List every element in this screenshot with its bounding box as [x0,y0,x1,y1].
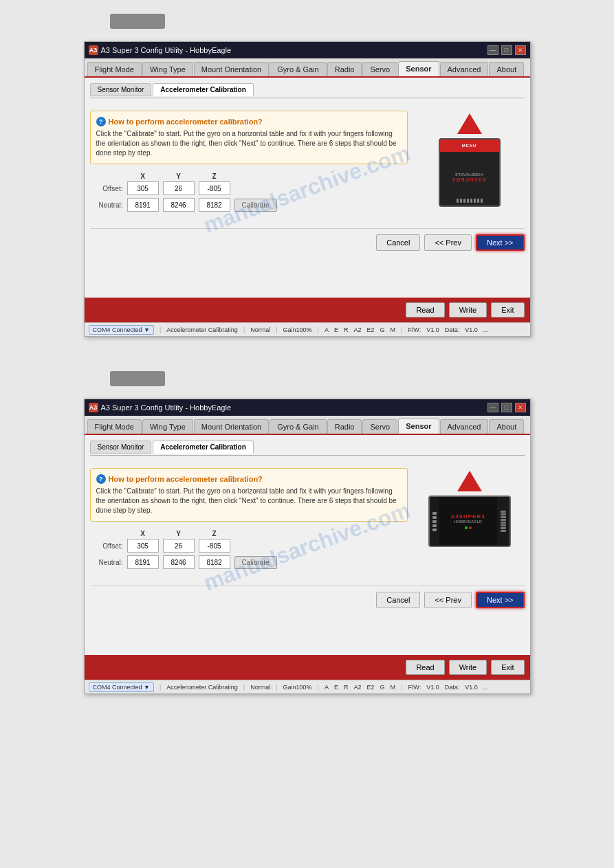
status-m-1: M [391,326,396,333]
tab-flight-mode-2[interactable]: Flight Mode [87,419,142,434]
device-image-2: A3SUPER3 HOBBYEAGLE [428,496,511,547]
section-label-2 [110,371,165,386]
device-label-area-1: A3SUPER3 HOBBYEAGLE [452,173,486,183]
offset-y-1: 26 [163,181,195,195]
neutral-z-2: 8182 [199,555,230,569]
connected-label-2[interactable]: COM4 Connected ▼ [89,682,154,692]
offset-row-1: Offset: 305 26 -805 [90,181,408,195]
tab-mount-orientation-1[interactable]: Mount Orientation [194,62,269,76]
neutral-x-2: 8191 [127,555,159,569]
read-button-2[interactable]: Read [406,660,444,675]
tab-mount-orientation-2[interactable]: Mount Orientation [194,419,269,434]
status-normal-1: Normal [250,326,270,333]
status-a-1: A [325,326,329,333]
subtab-accel-calib-2[interactable]: Accelerometer Calibration [153,441,254,454]
tab-sensor-2[interactable]: Sensor [398,419,439,434]
tab-servo-1[interactable]: Servo [362,62,397,76]
tabbar-2: Flight Mode Wing Type Mount Orientation … [85,416,530,435]
minimize-button-1[interactable]: — [487,45,498,55]
tab-wing-type-2[interactable]: Wing Type [142,419,193,434]
data-table-2: X Y Z Offset: 305 26 -805 Ne [90,530,408,569]
subtab-bar-1: Sensor Monitor Accelerometer Calibration [90,83,525,98]
cancel-button-1[interactable]: Cancel [376,234,420,251]
page: A3 A3 Super 3 Config Utility - HobbyEagl… [0,0,614,728]
window-title-2: A3 Super 3 Config Utility - HobbyEagle [101,403,232,412]
minimize-button-2[interactable]: — [487,403,498,412]
status-e-2: E [334,684,338,691]
offset-row-2: Offset: 305 26 -805 [90,539,408,553]
tab-gyro-gain-2[interactable]: Gyro & Gain [270,419,327,434]
tab-radio-2[interactable]: Radio [327,419,362,434]
write-button-2[interactable]: Write [449,660,487,675]
tab-about-2[interactable]: About [489,419,524,434]
tab-wing-type-1[interactable]: Wing Type [142,62,193,76]
titlebar-2: A3 A3 Super 3 Config Utility - HobbyEagl… [85,399,530,416]
content-area-2: Sensor Monitor Accelerometer Calibration… [85,435,530,655]
tab-flight-mode-1[interactable]: Flight Mode [87,62,142,76]
tab-sensor-1[interactable]: Sensor [398,61,439,76]
app-window-1: A3 A3 Super 3 Config Utility - HobbyEagl… [84,41,531,337]
offset-label-1: Offset: [90,185,123,192]
neutral-row-1: Neutral: 8191 8246 8182 Calibrate [90,198,408,212]
cancel-button-2[interactable]: Cancel [376,592,420,608]
offset-y-2: 26 [163,539,195,553]
titlebar-controls-2[interactable]: — □ ✕ [487,403,526,412]
info-icon-1: ? [96,117,106,126]
close-button-2[interactable]: ✕ [515,403,526,412]
offset-z-2: -805 [199,539,230,553]
app-icon-1: A3 [89,45,98,55]
tab-advanced-2[interactable]: Advanced [440,419,489,434]
info-icon-2: ? [96,474,106,484]
data-label-1: Data: [445,326,460,333]
fw-label-1: F/W: [408,326,421,333]
offset-x-2: 305 [127,539,159,553]
subtab-sensor-monitor-1[interactable]: Sensor Monitor [90,83,152,96]
footer-bar-1: Read Write Exit [85,298,530,322]
exit-button-2[interactable]: Exit [491,660,524,675]
next-button-1[interactable]: Next >> [476,234,525,251]
connected-label-1[interactable]: COM4 Connected ▼ [89,325,154,335]
tab-servo-2[interactable]: Servo [362,419,397,434]
close-button-1[interactable]: ✕ [515,45,526,55]
prev-button-1[interactable]: << Prev [424,234,472,251]
tab-advanced-1[interactable]: Advanced [440,62,489,76]
calibrate-button-1[interactable]: Calibrate [234,199,277,212]
window-title-1: A3 Super 3 Config Utility - HobbyEagle [101,46,232,54]
offset-x-1: 305 [127,181,159,195]
subtab-accel-calib-1[interactable]: Accelerometer Calibration [153,83,254,96]
subtab-sensor-monitor-2[interactable]: Sensor Monitor [90,441,152,454]
prev-button-2[interactable]: << Prev [424,592,472,608]
status-e2-2: E2 [367,684,375,691]
neutral-x-1: 8191 [127,198,159,212]
calib-left-2: ? How to perform accelerometer calibrati… [90,468,408,572]
titlebar-left-1: A3 A3 Super 3 Config Utility - HobbyEagl… [89,45,232,55]
titlebar-controls-1[interactable]: — □ ✕ [487,45,526,55]
maximize-button-2[interactable]: □ [501,403,512,412]
button-row-1: Cancel << Prev Next >> [90,228,525,251]
read-button-1[interactable]: Read [406,302,444,318]
tab-about-1[interactable]: About [489,62,524,76]
status-gain-2: Gain100% [283,684,312,691]
calibrate-button-2[interactable]: Calibrate [234,556,277,569]
maximize-button-1[interactable]: □ [501,45,512,55]
calib-right-2: A3SUPER3 HOBBYEAGLE [415,468,525,572]
fw-ver-2: V1.0 [426,684,439,691]
next-button-2[interactable]: Next >> [476,592,525,608]
device-red-band-1: MENU [440,140,499,152]
info-title-1: ? How to perform accelerometer calibrati… [96,117,402,126]
status-g-2: G [380,684,385,691]
info-text-2: Click the "Calibrate" to start. Put the … [96,487,402,515]
status-r-2: R [344,684,349,691]
section-label-1 [110,14,165,29]
connection-status-2: COM4 Connected ▼ [89,682,154,692]
tab-radio-1[interactable]: Radio [327,62,362,76]
write-button-1[interactable]: Write [449,302,487,318]
neutral-label-2: Neutral: [90,559,123,566]
info-box-2: ? How to perform accelerometer calibrati… [90,468,408,522]
status-r-1: R [344,326,349,333]
data-table-1: X Y Z Offset: 305 26 -805 Ne [90,173,408,212]
calib-panel-1: ? How to perform accelerometer calibrati… [90,104,525,221]
exit-button-1[interactable]: Exit [491,302,524,318]
offset-z-1: -805 [199,181,230,195]
tab-gyro-gain-1[interactable]: Gyro & Gain [270,62,327,76]
